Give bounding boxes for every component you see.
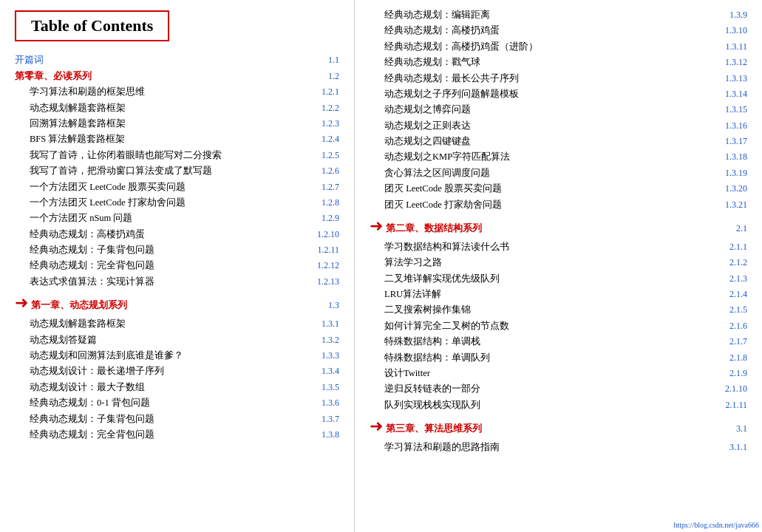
red-arrow-icon: ➜ [370, 214, 383, 239]
entry-text: 经典动态规划：编辑距离 [370, 8, 725, 22]
toc-entry: 学习算法和刷题的思路指南3.1.1 [370, 440, 747, 455]
entry-text: 动态规划之子序列问题解题模板 [370, 87, 721, 101]
toc-entry: 动态规划之子序列问题解题模板1.3.14 [370, 86, 747, 102]
entry-num: 1.2.4 [322, 132, 339, 146]
toc-entry: 一个方法团灭 LeetCode 股票买卖问题1.2.7 [15, 180, 339, 195]
toc-entry: 动态规划之KMP字符匹配算法1.3.18 [370, 149, 747, 165]
entry-num: 2.1.6 [729, 319, 747, 333]
entry-text: 表达式求值算法：实现计算器 [15, 275, 313, 289]
entry-num: 1.3.14 [725, 87, 747, 101]
toc-entry: 学习算法和刷题的框架思维1.2.1 [15, 84, 339, 100]
entry-num: 2.1.10 [725, 382, 747, 396]
toc-entry: 特殊数据结构：单调栈2.1.7 [370, 334, 747, 349]
entry-num: 1.3.17 [725, 134, 747, 149]
entry-text: 第三章、算法思维系列 [386, 421, 732, 436]
entry-num: 1.3 [328, 299, 339, 313]
toc-entry: 经典动态规划：高楼扔鸡蛋1.3.10 [370, 23, 747, 38]
entry-text: 动态规划解题套路框架 [15, 317, 317, 331]
entry-num: 1.3.19 [725, 166, 747, 180]
entry-text: 二叉搜索树操作集锦 [370, 303, 725, 317]
entry-text: 动态规划之正则表达 [370, 119, 721, 133]
entry-text: 动态规划设计：最长递增子序列 [15, 364, 317, 378]
entry-num: 1.2.11 [317, 243, 339, 257]
entry-text: BFS 算法解题套路框架 [15, 132, 317, 146]
entry-text: 设计Twitter [370, 366, 725, 381]
toc-entry: 特殊数据结构：单调队列2.1.8 [370, 350, 747, 366]
entry-text: 团灭 LeetCode 打家劫舍问题 [370, 198, 721, 212]
entry-text: 第零章、必读系列 [15, 69, 324, 83]
entry-num: 1.3.18 [725, 150, 747, 164]
entry-num: 2.1.3 [729, 272, 747, 286]
right-entries: 经典动态规划：编辑距离1.3.9经典动态规划：高楼扔鸡蛋1.3.10经典动态规划… [370, 7, 747, 456]
watermark: https://blog.csdn.net/java666 [673, 521, 759, 529]
toc-entry: 团灭 LeetCode 打家劫舍问题1.3.21 [370, 197, 747, 213]
entry-num: 2.1.8 [729, 351, 747, 365]
entry-num: 1.3.16 [725, 119, 747, 133]
entry-text: 第一章、动态规划系列 [31, 298, 324, 313]
entry-num: 1.2.8 [322, 196, 339, 210]
left-panel: Table of Contents 开篇词1.1第零章、必读系列1.2学习算法和… [0, 0, 355, 532]
entry-num: 1.3.13 [725, 72, 747, 86]
entry-text: 经典动态规划：最长公共子序列 [370, 72, 721, 86]
toc-entry: 动态规划之正则表达1.3.16 [370, 118, 747, 134]
toc-entry: 动态规划解题套路框架1.3.1 [15, 316, 339, 332]
entry-text: 特殊数据结构：单调队列 [370, 351, 725, 365]
entry-num: 1.3.7 [322, 412, 339, 426]
entry-num: 1.3.1 [322, 317, 339, 331]
entry-text: 一个方法团灭 LeetCode 打家劫舍问题 [15, 196, 317, 210]
entry-text: 第二章、数据结构系列 [386, 221, 732, 236]
entry-num: 1.3.21 [725, 198, 747, 212]
toc-entry: 队列实现栈栈实现队列2.1.11 [370, 398, 747, 413]
entry-num: 2.1.2 [729, 256, 747, 270]
entry-text: 经典动态规划：高楼扔鸡蛋 [15, 228, 313, 242]
entry-num: 1.3.9 [729, 8, 747, 22]
entry-num: 2.1.1 [729, 240, 747, 254]
entry-num: 3.1 [736, 422, 747, 436]
toc-title-box: Table of Contents [15, 10, 169, 41]
entry-text: 动态规划设计：最大子数组 [15, 381, 317, 395]
entry-text: 经典动态规划：高楼扔鸡蛋 [370, 24, 721, 38]
toc-entry: 二叉搜索树操作集锦2.1.5 [370, 302, 747, 318]
toc-entry: BFS 算法解题套路框架1.2.4 [15, 132, 339, 147]
toc-entry: 经典动态规划：高楼扔鸡蛋（进阶）1.3.11 [370, 39, 747, 55]
entry-num: 1.2 [328, 69, 339, 83]
toc-entry: 动态规划之博弈问题1.3.15 [370, 102, 747, 117]
red-arrow-icon: ➜ [370, 414, 383, 439]
toc-entry: 经典动态规划：最长公共子序列1.3.13 [370, 71, 747, 86]
entry-num: 1.3.12 [725, 55, 747, 69]
entry-text: LRU算法详解 [370, 287, 725, 301]
entry-text: 队列实现栈栈实现队列 [370, 398, 721, 412]
toc-title: Table of Contents [31, 16, 153, 35]
entry-num: 1.3.20 [725, 182, 747, 196]
entry-text: 特殊数据结构：单调栈 [370, 335, 725, 349]
entry-text: 经典动态规划：高楼扔鸡蛋（进阶） [370, 40, 721, 54]
entry-num: 1.2.3 [322, 117, 339, 131]
entry-num: 2.1.5 [729, 303, 747, 317]
toc-entry: 如何计算完全二叉树的节点数2.1.6 [370, 318, 747, 334]
toc-entry: LRU算法详解2.1.4 [370, 287, 747, 302]
entry-num: 1.3.8 [322, 428, 339, 442]
toc-entry: 经典动态规划：戳气球1.3.12 [370, 55, 747, 70]
toc-entry: 设计Twitter2.1.9 [370, 366, 747, 381]
entry-text: 动态规划解题套路框架 [15, 101, 317, 115]
entry-text: 经典动态规划：完全背包问题 [15, 259, 313, 273]
entry-num: 1.2.13 [317, 275, 339, 289]
toc-entry: 经典动态规划：子集背包问题1.3.7 [15, 412, 339, 427]
entry-text: 回溯算法解题套路框架 [15, 117, 317, 131]
entry-num: 3.1.1 [729, 440, 747, 454]
toc-entry: ➜第一章、动态规划系列1.3 [15, 290, 339, 316]
entry-num: 1.3.10 [725, 24, 747, 38]
toc-entry: 算法学习之路2.1.2 [370, 255, 747, 270]
entry-num: 1.3.15 [725, 103, 747, 117]
entry-num: 2.1.11 [725, 398, 747, 412]
entry-text: 贪心算法之区间调度问题 [370, 166, 721, 180]
toc-entry: 开篇词1.1 [15, 52, 339, 68]
entry-num: 1.3.2 [322, 333, 339, 347]
toc-entry: 动态规划和回溯算法到底谁是谁爹？1.3.3 [15, 348, 339, 364]
entry-num: 1.3.5 [322, 381, 339, 395]
entry-num: 1.3.3 [322, 349, 339, 363]
entry-num: 1.2.7 [322, 180, 339, 194]
toc-entry: 经典动态规划：编辑距离1.3.9 [370, 7, 747, 23]
toc-entry: 一个方法团灭 nSum 问题1.2.9 [15, 211, 339, 226]
toc-entry: 逆归反转链表的一部分2.1.10 [370, 381, 747, 397]
